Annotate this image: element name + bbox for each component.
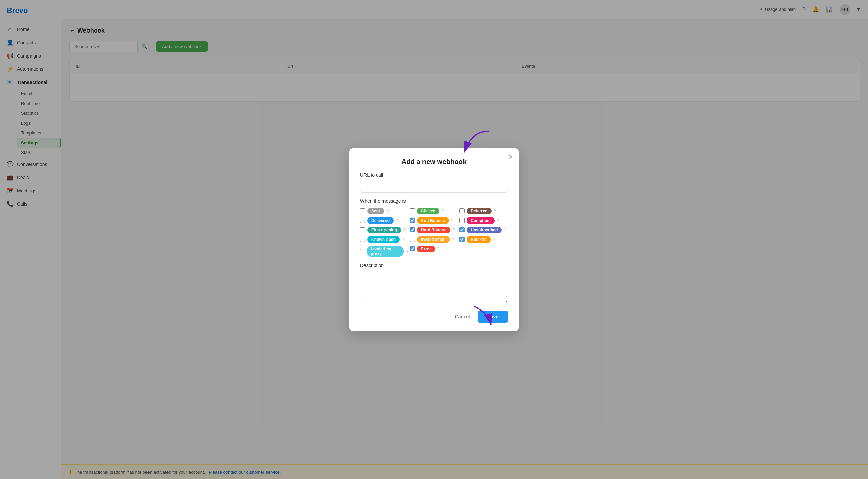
event-loaded-by-proxy: Loaded by proxy ? <box>360 246 409 257</box>
clicked-checkbox[interactable] <box>410 208 415 213</box>
unsubscribed-badge[interactable]: Unsubscribed <box>467 227 502 233</box>
blocked-help-icon[interactable]: ? <box>493 237 495 242</box>
error-badge[interactable]: Error <box>417 246 435 252</box>
error-checkbox[interactable] <box>410 246 415 251</box>
add-webhook-modal: × Add a new webhook URL to call When the… <box>349 148 519 331</box>
complaint-checkbox[interactable] <box>459 218 465 223</box>
first-opening-badge[interactable]: First opening <box>367 227 401 233</box>
first-opening-help-icon[interactable]: ? <box>403 227 406 232</box>
error-help-icon[interactable]: ? <box>437 246 439 251</box>
delivered-badge[interactable]: Delivered <box>367 217 394 224</box>
deferred-checkbox[interactable] <box>459 208 465 213</box>
modal-close-button[interactable]: × <box>509 153 513 161</box>
blocked-checkbox[interactable] <box>459 237 465 242</box>
known-open-help-icon[interactable]: ? <box>402 237 404 242</box>
cancel-button[interactable]: Cancel <box>451 311 474 322</box>
modal-overlay: × Add a new webhook URL to call When the… <box>0 0 868 479</box>
url-input[interactable] <box>360 180 508 193</box>
event-hard-bounce: Hard Bounce ? <box>410 227 458 233</box>
event-first-opening: First opening ? <box>360 227 409 233</box>
url-label: URL to call <box>360 172 508 178</box>
blocked-badge[interactable]: Blocked <box>467 236 491 243</box>
event-sent: Sent ? <box>360 208 409 214</box>
hard-bounce-checkbox[interactable] <box>410 227 415 232</box>
clicked-badge[interactable]: Clicked <box>417 208 440 214</box>
description-container <box>360 270 508 311</box>
message-section-label: When the message is <box>360 198 508 204</box>
description-label: Description <box>360 263 508 268</box>
deferred-badge[interactable]: Deferred <box>467 208 491 214</box>
soft-bounce-checkbox[interactable] <box>410 218 415 223</box>
events-grid: Sent ? Delivered ? First opening ? Known… <box>360 208 508 257</box>
events-col-2: Clicked ? Soft Bounce ? Hard Bounce ? In… <box>410 208 458 257</box>
event-blocked: Blocked ? <box>459 236 508 243</box>
loaded-by-proxy-badge[interactable]: Loaded by proxy <box>367 246 404 257</box>
sent-help-icon[interactable]: ? <box>386 208 389 213</box>
loaded-by-proxy-checkbox[interactable] <box>360 249 364 254</box>
invalid-email-checkbox[interactable] <box>410 237 415 242</box>
description-textarea[interactable] <box>360 270 508 304</box>
delivered-checkbox[interactable] <box>360 218 365 223</box>
sent-checkbox[interactable] <box>360 208 365 213</box>
modal-title: Add a new webhook <box>360 158 508 166</box>
event-complaint: Complaint ? <box>459 217 508 224</box>
known-open-checkbox[interactable] <box>360 237 365 242</box>
invalid-email-help-icon[interactable]: ? <box>452 237 454 242</box>
known-open-badge[interactable]: Known open <box>367 236 400 243</box>
arrow-svg-top <box>458 128 498 159</box>
soft-bounce-help-icon[interactable]: ? <box>451 218 453 223</box>
first-opening-checkbox[interactable] <box>360 227 365 232</box>
arrow-annotation-1 <box>458 128 498 160</box>
unsubscribed-checkbox[interactable] <box>459 227 465 232</box>
event-invalid-email: Invalid email ? <box>410 236 458 243</box>
soft-bounce-badge[interactable]: Soft Bounce <box>417 217 449 224</box>
event-deferred: Deferred ? <box>459 208 508 214</box>
delivered-help-icon[interactable]: ? <box>396 218 398 223</box>
events-col-1: Sent ? Delivered ? First opening ? Known… <box>360 208 409 257</box>
loaded-by-proxy-help-icon[interactable]: ? <box>406 249 408 254</box>
event-soft-bounce: Soft Bounce ? <box>410 217 458 224</box>
invalid-email-badge[interactable]: Invalid email <box>417 236 450 243</box>
modal-footer: Cancel Save <box>360 311 508 323</box>
unsubscribed-help-icon[interactable]: ? <box>504 227 506 232</box>
event-error: Error ? <box>410 246 458 252</box>
events-col-3: Deferred ? Complaint ? Unsubscribed ? Bl… <box>459 208 508 257</box>
save-button[interactable]: Save <box>478 311 508 323</box>
event-clicked: Clicked ? <box>410 208 458 214</box>
event-known-open: Known open ? <box>360 236 409 243</box>
complaint-badge[interactable]: Complaint <box>467 217 495 224</box>
hard-bounce-badge[interactable]: Hard Bounce <box>417 227 451 233</box>
hard-bounce-help-icon[interactable]: ? <box>452 227 455 232</box>
complaint-help-icon[interactable]: ? <box>497 218 499 223</box>
sent-badge[interactable]: Sent <box>367 208 384 214</box>
event-delivered: Delivered ? <box>360 217 409 224</box>
deferred-help-icon[interactable]: ? <box>494 208 496 213</box>
event-unsubscribed: Unsubscribed ? <box>459 227 508 233</box>
clicked-help-icon[interactable]: ? <box>441 208 444 213</box>
